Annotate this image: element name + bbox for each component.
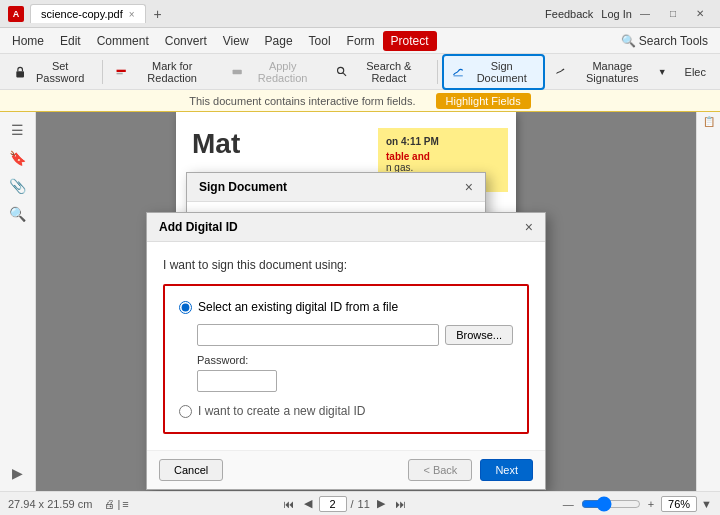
tab-close-button[interactable]: × [129, 9, 135, 20]
menu-home[interactable]: Home [4, 31, 52, 51]
status-bar: 27.94 x 21.59 cm 🖨 | ≡ ⏮ ◀ / 11 ▶ ⏭ — + … [0, 491, 720, 515]
svg-rect-1 [116, 69, 125, 71]
minimize-button[interactable]: — [632, 6, 658, 21]
menu-view[interactable]: View [215, 31, 257, 51]
option1-radio[interactable] [179, 301, 192, 314]
svg-rect-2 [116, 72, 122, 74]
add-digital-id-dialog: Add Digital ID × I want to sign this doc… [146, 212, 546, 490]
zoom-level-input[interactable] [661, 496, 697, 512]
pdf-content-area: Mat on 4:11 PM table and n gas. on is: e… [36, 112, 696, 491]
set-password-button[interactable]: Set Password [6, 56, 98, 88]
manage-signatures-button[interactable]: Manage Signatures ▼ [547, 56, 675, 88]
prev-page-button[interactable]: ◀ [301, 496, 315, 511]
lock-icon [14, 65, 26, 79]
toolbar: Set Password Mark for Redaction Apply Re… [0, 54, 720, 90]
new-tab-button[interactable]: + [146, 3, 170, 25]
browse-button[interactable]: Browse... [445, 325, 513, 345]
password-label: Password: [197, 354, 513, 366]
file-path-input[interactable] [197, 324, 439, 346]
maximize-button[interactable]: □ [662, 6, 684, 21]
option1-label: Select an existing digital ID from a fil… [198, 300, 398, 314]
page-dimensions: 27.94 x 21.59 cm [8, 498, 92, 510]
pdf-tab[interactable]: science-copy.pdf × [30, 4, 146, 23]
menu-form[interactable]: Form [339, 31, 383, 51]
first-page-button[interactable]: ⏮ [280, 497, 297, 511]
sign-icon [452, 65, 464, 79]
svg-rect-3 [233, 69, 242, 74]
menu-tool[interactable]: Tool [301, 31, 339, 51]
title-bar: A science-copy.pdf × + Feedback Log In —… [0, 0, 720, 28]
file-row: Browse... [197, 324, 513, 346]
current-page-input[interactable] [319, 496, 347, 512]
zoom-arrow[interactable]: ▼ [701, 498, 712, 510]
svg-point-4 [337, 67, 343, 73]
panel-icon-3[interactable]: 📎 [8, 176, 28, 196]
manage-signatures-arrow[interactable]: ▼ [658, 67, 667, 77]
signatures-icon [555, 65, 567, 79]
divider2 [437, 60, 438, 84]
panel-icon-1[interactable]: ☰ [8, 120, 28, 140]
total-pages: 11 [358, 498, 370, 510]
status-icon-1: 🖨 [104, 498, 115, 510]
last-page-button[interactable]: ⏭ [392, 497, 409, 511]
cancel-button[interactable]: Cancel [159, 459, 223, 481]
menu-edit[interactable]: Edit [52, 31, 89, 51]
option2-label: I want to create a new digital ID [198, 404, 365, 418]
password-input[interactable] [197, 370, 277, 392]
feedback-link[interactable]: Feedback [545, 8, 593, 20]
svg-rect-0 [16, 71, 24, 77]
zoom-in-button[interactable]: + [645, 497, 657, 511]
zoom-out-button[interactable]: — [560, 497, 577, 511]
add-digital-id-header: Add Digital ID × [147, 213, 545, 242]
sign-dialog-close-button[interactable]: × [465, 179, 473, 195]
add-digital-id-body: I want to sign this document using: Sele… [147, 242, 545, 450]
next-button[interactable]: Next [480, 459, 533, 481]
page-navigation: ⏮ ◀ / 11 ▶ ⏭ [280, 496, 409, 512]
status-icon-2: | [117, 498, 120, 510]
option2-row: I want to create a new digital ID [179, 404, 513, 418]
app-icon: A [8, 6, 24, 22]
menu-convert[interactable]: Convert [157, 31, 215, 51]
window-close-button[interactable]: ✕ [688, 6, 712, 21]
menu-comment[interactable]: Comment [89, 31, 157, 51]
right-panel: 📋 [696, 112, 720, 491]
search-tools[interactable]: 🔍 Search Tools [613, 31, 717, 51]
menu-bar: Home Edit Comment Convert View Page Tool… [0, 28, 720, 54]
panel-icon-2[interactable]: 🔖 [8, 148, 28, 168]
sign-document-button[interactable]: Sign Document [442, 54, 545, 90]
options-section: Select an existing digital ID from a fil… [163, 284, 529, 434]
sign-dialog-header: Sign Document × [187, 173, 485, 202]
back-button[interactable]: < Back [408, 459, 472, 481]
divider1 [102, 60, 103, 84]
add-digital-id-footer: Cancel < Back Next [147, 450, 545, 489]
status-icons: 🖨 | ≡ [104, 498, 128, 510]
apply-icon [231, 65, 243, 79]
panel-icon-4[interactable]: 🔍 [8, 204, 28, 224]
sign-dialog-title: Sign Document [199, 180, 287, 194]
info-message: This document contains interactive form … [189, 95, 415, 107]
option1-row: Select an existing digital ID from a fil… [179, 300, 513, 314]
zoom-controls: — + ▼ [560, 496, 712, 512]
menu-protect[interactable]: Protect [383, 31, 437, 51]
option2-radio[interactable] [179, 405, 192, 418]
add-digital-id-title: Add Digital ID [159, 220, 238, 234]
menu-page[interactable]: Page [257, 31, 301, 51]
right-panel-icon[interactable]: 📋 [703, 116, 715, 127]
mark-icon [115, 65, 127, 79]
status-icon-3: ≡ [122, 498, 128, 510]
info-bar: This document contains interactive form … [0, 90, 720, 112]
highlight-fields-button[interactable]: Highlight Fields [436, 93, 531, 109]
search-redact-button[interactable]: Search & Redact [328, 56, 434, 88]
mark-redaction-button[interactable]: Mark for Redaction [107, 56, 221, 88]
elec-button[interactable]: Elec [677, 62, 714, 82]
login-link[interactable]: Log In [601, 8, 632, 20]
tab-filename: science-copy.pdf [41, 8, 123, 20]
apply-redaction-button[interactable]: Apply Redaction [223, 56, 326, 88]
panel-expand-icon[interactable]: ▶ [8, 463, 28, 483]
zoom-slider[interactable] [581, 496, 641, 512]
section-label: I want to sign this document using: [163, 258, 529, 272]
footer-nav-buttons: < Back Next [408, 459, 533, 481]
next-page-button[interactable]: ▶ [374, 496, 388, 511]
svg-line-5 [343, 73, 346, 76]
add-digital-id-close-button[interactable]: × [525, 219, 533, 235]
